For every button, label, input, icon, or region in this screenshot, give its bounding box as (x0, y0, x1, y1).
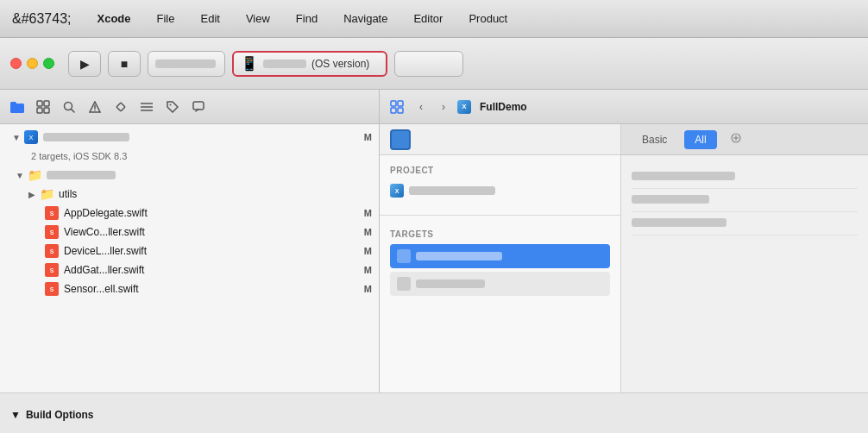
targets-section-label: TARGETS (390, 229, 610, 239)
svg-rect-16 (391, 101, 396, 106)
project-nav-header (380, 124, 620, 155)
appdelegate-label: AppDelegate.swift (64, 207, 148, 219)
product-menu-item[interactable]: Product (463, 9, 513, 28)
tab-basic[interactable]: Basic (632, 130, 677, 149)
sidebar-search-icon[interactable] (59, 97, 79, 117)
tree-item-addgateway[interactable]: S AddGat...ller.swift M (0, 260, 379, 279)
sidebar-folder-icon[interactable] (7, 97, 28, 117)
tree-item-devicecontroller[interactable]: S DeviceL...ller.swift M (0, 242, 379, 260)
settings-panel: Basic All (621, 124, 868, 433)
viewcontroller-label: ViewCo...ller.swift (64, 226, 145, 238)
addgateway-label: AddGat...ller.swift (64, 264, 144, 276)
maximize-button[interactable] (43, 58, 54, 69)
run-button[interactable]: ▶ (68, 51, 101, 77)
nav-back-icon: ‹ (419, 101, 423, 113)
sidebar-list-icon[interactable] (136, 97, 157, 117)
device-name-blurred (263, 60, 306, 68)
apple-menu-item[interactable]: &#63743; (7, 8, 77, 30)
xcode-menu-item[interactable]: Xcode (92, 9, 136, 28)
file-tree: ▼ X M 2 targets, iOS SDK 8.3 ▼ 📁 ▶ (0, 124, 379, 433)
build-options-label: Build Options (26, 409, 94, 421)
device-icon: 📱 (241, 55, 258, 72)
nav-forward-icon: › (442, 101, 445, 113)
sidebar-toolbar (0, 90, 379, 124)
scheme-label-blurred (155, 60, 216, 68)
sidebar-diamond-icon[interactable] (110, 97, 131, 117)
project-nav: PROJECT X TARGETS (380, 124, 621, 433)
tree-item-project[interactable]: ▼ X M (0, 128, 379, 147)
nav-grid-icon[interactable] (387, 97, 407, 117)
tab-all[interactable]: All (684, 130, 716, 149)
sidebar-class-icon[interactable] (33, 97, 53, 117)
svg-rect-2 (37, 101, 42, 106)
project-item-name-blurred (409, 186, 495, 195)
svg-line-7 (72, 109, 75, 112)
target-primary-icon (397, 249, 411, 263)
navigate-menu-item[interactable]: Navigate (338, 9, 393, 28)
tree-item-utils[interactable]: ▶ 📁 utils (0, 185, 379, 204)
project-item-icon: X (390, 184, 404, 198)
nav-forward-button[interactable]: › (435, 98, 452, 116)
settings-row-2 (632, 189, 858, 212)
project-section-label: PROJECT (390, 166, 610, 175)
addgateway-swift-icon: S (43, 263, 60, 277)
devicecontroller-swift-icon: S (43, 244, 60, 258)
svg-rect-18 (391, 108, 396, 113)
section-divider (380, 215, 620, 216)
scheme-selector[interactable] (148, 51, 225, 77)
settings-row-1 (632, 166, 858, 189)
xcode-project-icon: X (22, 130, 40, 144)
find-menu-item[interactable]: Find (291, 9, 323, 28)
settings-tabs: Basic All (621, 124, 868, 155)
close-button[interactable] (10, 58, 22, 69)
tab-combined[interactable] (724, 129, 748, 149)
traffic-lights (10, 58, 54, 69)
project-item[interactable]: X (390, 180, 610, 201)
build-options-section: ▼ Build Options (0, 392, 868, 433)
viewcontroller-badge: M (364, 227, 372, 237)
nav-xcode-icon: X (457, 100, 471, 114)
toolbar-right-area (394, 51, 463, 77)
svg-rect-17 (398, 101, 403, 106)
stop-button[interactable]: ■ (108, 51, 141, 77)
device-selector[interactable]: 📱 (OS version) (232, 51, 387, 77)
target-item-primary[interactable] (390, 244, 610, 268)
target-secondary-name-blurred (416, 279, 485, 288)
project-badge: M (364, 132, 372, 142)
utils-folder-icon: 📁 (38, 187, 55, 201)
tree-item-appdelegate[interactable]: S AppDelegate.swift M (0, 204, 379, 223)
file-menu-item[interactable]: File (152, 9, 180, 28)
tree-item-folder[interactable]: ▼ 📁 (0, 166, 379, 185)
build-options-title[interactable]: ▼ Build Options (10, 402, 858, 424)
menubar: &#63743; Xcode File Edit View Find Navig… (0, 0, 868, 38)
svg-rect-4 (37, 108, 42, 113)
target-secondary-icon (397, 277, 411, 291)
sidebar-tag-icon[interactable] (162, 97, 183, 117)
nav-back-button[interactable]: ‹ (412, 98, 430, 116)
stop-icon: ■ (121, 57, 128, 71)
tree-arrow-project: ▼ (10, 133, 22, 142)
svg-point-14 (170, 104, 172, 105)
settings-content: ▼ Build Options (621, 155, 868, 433)
tree-item-sensor[interactable]: S Sensor...ell.swift M (0, 279, 379, 298)
appdelegate-badge: M (364, 208, 372, 218)
toolbar: ▶ ■ 📱 (OS version) (0, 38, 868, 90)
nav-title-label: FullDemo (480, 101, 527, 113)
play-icon: ▶ (80, 57, 90, 71)
view-menu-item[interactable]: View (241, 9, 275, 28)
settings-row-3 (632, 212, 858, 235)
sensor-label: Sensor...ell.swift (64, 283, 139, 295)
tree-item-viewcontroller[interactable]: S ViewCo...ller.swift M (0, 223, 379, 242)
svg-rect-5 (44, 108, 49, 113)
target-item-secondary[interactable] (390, 272, 610, 296)
svg-rect-19 (398, 108, 403, 113)
project-square-icon (390, 129, 411, 150)
sidebar-warning-icon[interactable] (85, 97, 105, 117)
project-name-blurred (43, 133, 129, 141)
editor-menu-item[interactable]: Editor (408, 9, 448, 28)
project-section: PROJECT X (380, 155, 620, 211)
minimize-button[interactable] (27, 58, 38, 69)
edit-menu-item[interactable]: Edit (195, 9, 224, 28)
addgateway-badge: M (364, 265, 372, 275)
sidebar-chat-icon[interactable] (188, 97, 209, 117)
